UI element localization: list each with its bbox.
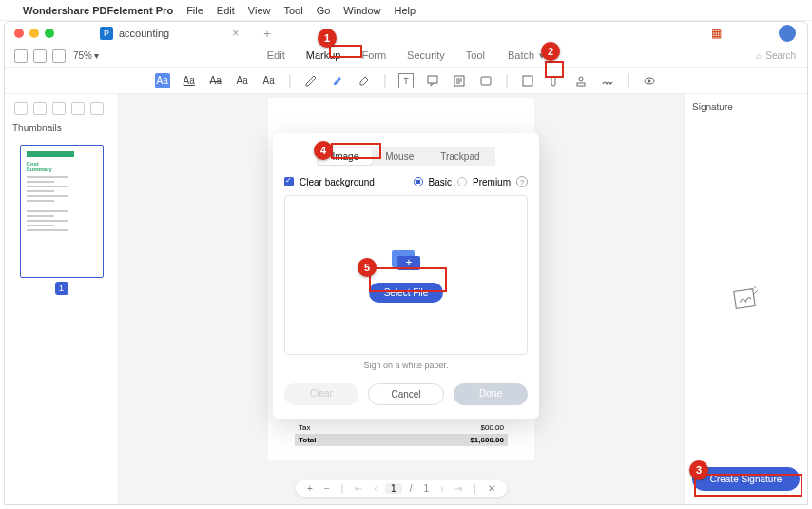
sidebar-toggle-icon[interactable] [14,49,28,63]
row-label: Tax [299,423,310,432]
close-pager-icon[interactable]: ✕ [484,483,499,494]
callout-2: 2 [541,42,560,61]
search-box[interactable]: ⌕ Search [756,50,796,61]
titlebar: P accounting × + ▦ [5,22,807,45]
zoom-dropdown[interactable]: 75%▾ [73,50,99,61]
zoom-in-icon[interactable]: + [303,483,317,494]
svg-rect-2 [481,77,491,85]
tab-tool[interactable]: Tool [464,46,487,66]
page-input[interactable] [385,483,402,494]
basic-radio[interactable] [414,177,423,186]
stamp-icon[interactable] [573,73,589,88]
help-icon[interactable]: ? [516,176,528,187]
document-tab[interactable]: P accounting × [90,24,248,43]
bookmarks-tab-icon[interactable] [33,102,47,115]
outline-tab-icon[interactable] [52,102,66,115]
signature-modal: Image Mouse Trackpad Clear background Ba… [273,133,539,419]
file-drop-area[interactable]: + Select File [284,195,528,355]
row-label: Total [299,436,317,444]
thumbnails-tab-icon[interactable] [14,102,28,115]
svg-rect-5 [577,83,585,86]
insert-text-icon[interactable]: Aa [261,73,277,88]
new-tab-button[interactable]: + [263,27,271,41]
close-tab-icon[interactable]: × [232,27,239,40]
attachment-icon[interactable] [547,73,562,88]
tab-edit[interactable]: Edit [265,46,287,66]
attachments-tab-icon[interactable] [90,102,104,115]
tab-form[interactable]: Form [359,46,388,66]
textbox-icon[interactable]: T [398,73,414,88]
segment-mouse[interactable]: Mouse [372,148,427,165]
comment-icon[interactable] [478,73,493,88]
ribbon-tabs: Edit Markup Form Security Tool Batch ▾ [265,46,547,66]
eye-icon[interactable] [642,73,657,88]
zoom-out-icon[interactable]: − [320,483,334,494]
user-avatar[interactable] [779,25,796,42]
first-page-icon[interactable]: ⇤ [351,483,366,494]
note-icon[interactable] [452,73,467,88]
marker-icon[interactable] [330,73,345,88]
menu-edit[interactable]: Edit [217,5,235,16]
signature-icon[interactable] [600,73,615,88]
window-minimize-icon[interactable] [29,29,39,38]
basic-label: Basic [429,177,452,187]
window-maximize-icon[interactable] [45,29,54,38]
svg-rect-0 [428,76,437,83]
done-button[interactable]: Done [454,383,528,405]
zoom-value: 75% [73,50,92,61]
shape-icon[interactable] [520,73,535,88]
layout-grid-icon[interactable] [33,49,47,63]
segment-trackpad[interactable]: Trackpad [427,148,493,165]
signature-placeholder-icon [729,281,764,319]
modal-note: Sign on a white paper. [273,361,539,370]
search-icon: ⌕ [756,50,762,61]
premium-radio[interactable] [457,177,467,186]
window-controls [14,29,54,38]
next-page-icon[interactable]: › [436,483,447,494]
highlight-text-icon[interactable]: Aa [155,73,170,88]
window-close-icon[interactable] [14,29,24,38]
tab-security[interactable]: Security [405,46,447,66]
app-name[interactable]: Wondershare PDFelement Pro [23,5,173,16]
left-sidebar: Thumbnails Cost Summary 1 [5,94,119,504]
markup-toolbar: Aa Aa Aa Aa Aa | | T | | [5,68,807,94]
document-tabs: P accounting × + [90,24,271,43]
home-icon[interactable]: ▦ [711,27,722,40]
menu-window[interactable]: Window [343,5,380,16]
pdf-icon: P [100,27,113,40]
main-toolbar: 75%▾ Edit Markup Form Security Tool Batc… [5,45,807,68]
select-file-button[interactable]: Select File [369,283,444,303]
clear-background-checkbox[interactable] [284,177,294,186]
menu-go[interactable]: Go [317,5,331,16]
input-mode-segment: Image Mouse Trackpad [273,147,539,166]
prev-page-icon[interactable]: ‹ [370,483,380,494]
page-thumbnail[interactable]: Cost Summary [20,145,104,278]
row-value: $1,600.00 [470,436,504,444]
mac-menubar: Wondershare PDFelement Pro File Edit Vie… [0,0,812,21]
row-value: $00.00 [481,423,504,432]
strikethrough-text-icon[interactable]: Aa [208,73,223,88]
thumbnails-label: Thumbnails [10,117,112,139]
callout-icon[interactable] [425,73,440,88]
menu-tool[interactable]: Tool [283,5,302,16]
last-page-icon[interactable]: ⇥ [451,483,466,494]
document-tab-label: accounting [119,28,169,39]
menu-help[interactable]: Help [394,5,416,16]
underline-text-icon[interactable]: Aa [182,73,197,88]
cancel-button[interactable]: Cancel [368,383,444,405]
thumb-page-number: 1 [55,282,68,295]
layout-list-icon[interactable] [52,49,66,63]
clear-button[interactable]: Clear [284,383,358,405]
squiggly-text-icon[interactable]: Aa [235,73,250,88]
modal-buttons: Clear Cancel Done [273,376,539,419]
menu-file[interactable]: File [186,5,203,16]
page-total: 1 [419,483,433,494]
tab-markup[interactable]: Markup [304,46,343,66]
comments-tab-icon[interactable] [71,102,85,115]
signature-panel: Signature Create Signature [684,94,807,504]
eraser-icon[interactable] [357,73,372,88]
search-placeholder: Search [765,50,796,61]
menu-view[interactable]: View [248,5,271,16]
pencil-icon[interactable] [303,73,319,88]
callout-1: 1 [318,29,337,48]
